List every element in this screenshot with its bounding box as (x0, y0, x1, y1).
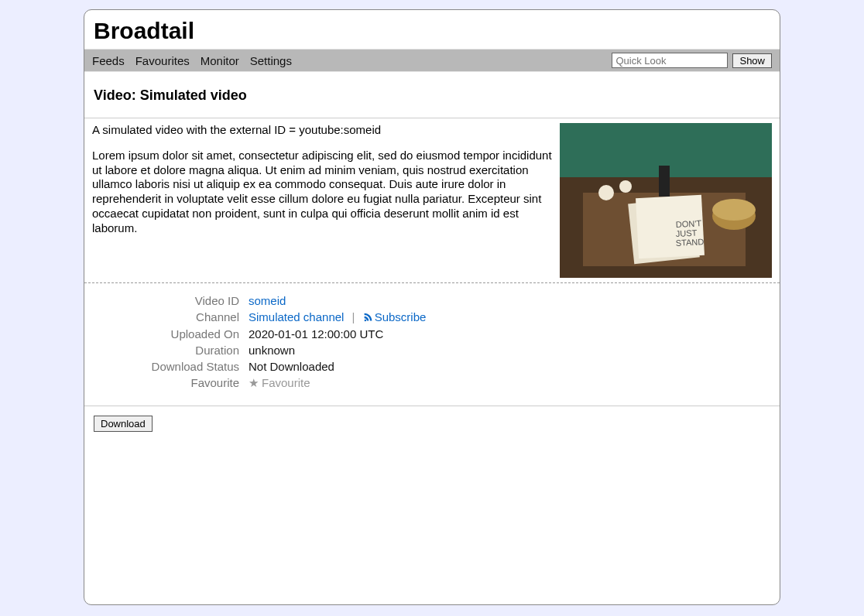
show-button[interactable]: Show (732, 53, 772, 68)
description-line1: A simulated video with the external ID =… (92, 123, 554, 138)
app-frame: Broadtail Feeds Favourites Monitor Setti… (84, 9, 780, 605)
quicklook-input[interactable] (612, 53, 728, 68)
header: Broadtail (84, 10, 780, 49)
navbar: Feeds Favourites Monitor Settings Show (84, 49, 780, 72)
actions-section: Download (84, 406, 780, 441)
video-thumbnail: DON'T JUST STAND (560, 123, 772, 278)
label-favourite: Favourite (94, 376, 249, 389)
rss-icon (363, 311, 373, 324)
label-uploaded: Uploaded On (94, 327, 249, 341)
svg-rect-12 (659, 166, 670, 197)
subscribe-link[interactable]: Subscribe (363, 310, 427, 323)
details-section: Video ID someid Channel Simulated channe… (84, 283, 780, 406)
row-favourite: Favourite ★Favourite (94, 376, 770, 390)
row-duration: Duration unknown (94, 344, 770, 357)
favourite-toggle[interactable]: ★Favourite (249, 376, 310, 390)
value-duration: unknown (249, 344, 295, 357)
description-body: Lorem ipsum dolor sit amet, consectetur … (92, 149, 554, 236)
nav-settings[interactable]: Settings (250, 54, 292, 67)
value-favourite: Favourite (262, 376, 310, 389)
svg-point-9 (712, 199, 756, 221)
description-text: A simulated video with the external ID =… (92, 123, 560, 278)
svg-point-10 (598, 185, 614, 200)
row-video-id: Video ID someid (94, 294, 770, 307)
subscribe-label: Subscribe (375, 310, 427, 323)
star-icon: ★ (249, 376, 259, 389)
value-download-status: Not Downloaded (249, 360, 334, 373)
nav-links: Feeds Favourites Monitor Settings (92, 54, 292, 67)
page-title: Video: Simulated video (84, 72, 780, 118)
label-video-id: Video ID (94, 294, 249, 307)
nav-monitor[interactable]: Monitor (201, 54, 239, 67)
svg-text:DON'T: DON'T (675, 218, 701, 229)
label-channel: Channel (94, 310, 249, 323)
value-video-id[interactable]: someid (249, 294, 286, 307)
row-uploaded: Uploaded On 2020-01-01 12:00:00 UTC (94, 327, 770, 341)
label-duration: Duration (94, 344, 249, 357)
value-channel[interactable]: Simulated channel (249, 310, 344, 323)
nav-feeds[interactable]: Feeds (92, 54, 125, 67)
svg-point-11 (619, 180, 632, 193)
label-download-status: Download Status (94, 360, 249, 373)
svg-text:STAND: STAND (675, 237, 704, 248)
description-section: A simulated video with the external ID =… (84, 118, 780, 283)
value-uploaded: 2020-01-01 12:00:00 UTC (249, 327, 383, 341)
row-download-status: Download Status Not Downloaded (94, 360, 770, 373)
row-channel: Channel Simulated channel | Subscribe (94, 310, 770, 324)
download-button[interactable]: Download (94, 416, 153, 432)
separator: | (348, 310, 360, 323)
nav-favourites[interactable]: Favourites (135, 54, 190, 67)
app-title: Broadtail (94, 18, 770, 44)
